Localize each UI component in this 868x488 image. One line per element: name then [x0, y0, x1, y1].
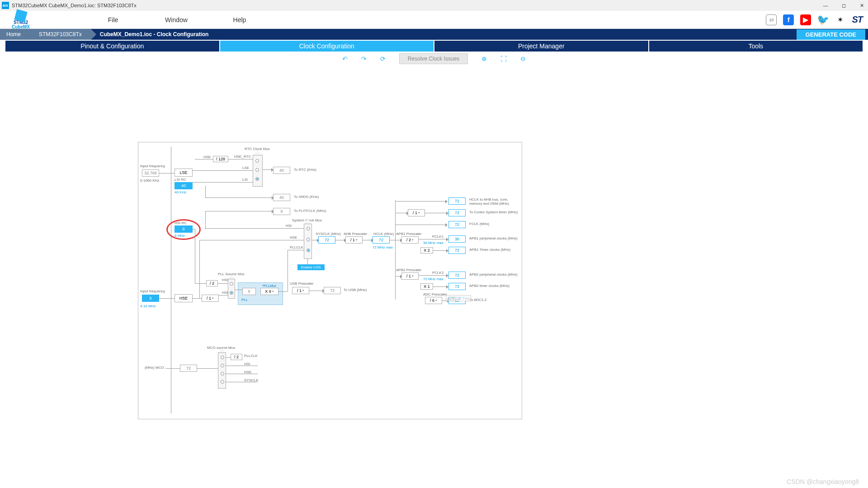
sysclk-label: SYSCLK (MHz) — [316, 232, 341, 236]
crumb-mcu[interactable]: STM32F103C8Tx — [30, 29, 91, 40]
maximize-button[interactable]: ◻ — [839, 3, 848, 9]
out-pclk2: 72 — [448, 272, 466, 279]
hse-block[interactable]: HSE — [175, 294, 193, 302]
tab-clock[interactable]: Clock Configuration — [220, 41, 434, 52]
close-button[interactable]: ✕ — [857, 3, 866, 9]
enable-css-button[interactable]: Enable CSS — [297, 264, 325, 270]
hse-input[interactable]: 8 — [142, 295, 159, 302]
tab-pinout[interactable]: Pinout & Configuration — [5, 41, 219, 52]
apb1-x2: X 2 — [420, 247, 433, 253]
st-logo-icon[interactable]: ST — [852, 14, 863, 25]
lsi-block: 40 — [175, 182, 193, 189]
pclk1-label: PCLK1 — [432, 235, 443, 239]
apb2-prescaler[interactable]: / 1 — [401, 272, 419, 280]
hse-div128: / 128 — [213, 156, 228, 162]
menu-file[interactable]: File — [81, 16, 145, 23]
fit-screen-icon[interactable]: ⛶ — [500, 55, 507, 62]
pllmul-select[interactable]: X 9 — [260, 288, 278, 295]
pclk2-label: PCLK2 — [432, 271, 443, 275]
usb-to-label: To USB (MHz) — [344, 288, 367, 292]
hsi-note: 8 MHz — [175, 234, 185, 238]
apb2-x1: X 1 — [420, 283, 433, 290]
hsi-sig-label: HSI — [222, 278, 228, 282]
apb1-max-label: 36 MHz max — [423, 241, 443, 245]
menu-bar: STM32 CubeMX File Window Help 10 f ▶ 🐦 ✶… — [0, 11, 868, 29]
pllmul-label: *PLLMul — [262, 284, 276, 288]
zoom-in-icon[interactable]: ⊕ — [481, 55, 487, 62]
apb1-prescaler[interactable]: / 2 — [401, 236, 419, 244]
out-tim2: 72 — [448, 283, 466, 290]
iwdg-to-label: To IWDG (KHz) — [294, 195, 319, 199]
rtc-out[interactable]: 40 — [273, 167, 290, 174]
mco-out-label: (MHz) MCO — [145, 366, 164, 370]
rtc-mux[interactable] — [253, 155, 263, 187]
usb-prescaler[interactable]: / 1 — [292, 287, 309, 294]
mco-div2: / 2 — [231, 354, 242, 360]
apb1-label: APB1 Prescaler — [396, 232, 421, 236]
watermark: CSDN @changxiaoyong8 — [787, 478, 859, 485]
mco-mux[interactable] — [218, 352, 226, 389]
rtc-lse-label: LSE — [242, 166, 249, 170]
undo-icon[interactable]: ↶ — [342, 55, 348, 62]
twitter-icon[interactable]: 🐦 — [817, 14, 828, 25]
usb-label: USB Prescaler — [290, 282, 313, 286]
resolve-clock-button[interactable]: Resolve Clock Issues — [399, 53, 468, 64]
ahb-prescaler[interactable]: / 1 — [345, 236, 363, 244]
apb2-label: APB2 Prescaler — [396, 268, 421, 272]
generate-code-button[interactable]: GENERATE CODE — [797, 29, 865, 40]
out-pclk2-label: APB2 peripheral clocks (MHz) — [469, 272, 518, 277]
badge-10-icon[interactable]: 10 — [766, 14, 777, 25]
hclk-out[interactable]: 72 — [373, 236, 390, 244]
hse-range-label: 4-16 MHz — [140, 304, 156, 308]
facebook-icon[interactable]: f — [783, 14, 794, 25]
mco-out: 72 — [180, 365, 197, 372]
lse-input[interactable]: 32.768 — [142, 169, 159, 177]
usb-out: 72 — [324, 287, 341, 294]
pll-in: 8 — [242, 288, 256, 295]
sys-mux[interactable] — [304, 224, 312, 259]
breadcrumb: Home STM32F103C8Tx CubeMX_Demo1.ioc - Cl… — [0, 29, 868, 40]
hclk-label: HCLK (MHz) — [373, 232, 394, 236]
rtc-to-label: To RTC (KHz) — [294, 168, 316, 172]
main-tabs: Pinout & Configuration Clock Configurati… — [0, 40, 868, 52]
pll-src-mux[interactable] — [228, 279, 235, 299]
clock-diagram[interactable]: Input frequency 32.768 0-1000 KHz LSE LS… — [138, 142, 522, 419]
window-title: STM32CubeMX CubeMX_Demo1.ioc: STM32F103C… — [12, 3, 137, 8]
lse-input-label: Input frequency — [140, 164, 165, 168]
minimize-button[interactable]: — — [821, 3, 830, 9]
out-hclk: 72 — [448, 197, 466, 205]
pll-label: PLL — [241, 298, 248, 302]
sys-hse-label: HSE — [290, 235, 297, 239]
hclk-max-label: 72 MHz max — [373, 245, 393, 249]
sys-pll-label: PLLCLK — [290, 245, 303, 249]
mco-pll-label: PLLCLK — [244, 354, 258, 358]
hse-input-label: Input frequency — [140, 289, 165, 293]
alt-hint-overlay: 截图(Alt + A) — [446, 295, 471, 301]
clock-toolbar: ↶ ↷ ⟳ Resolve Clock Issues ⊕ ⛶ ⊖ — [0, 52, 868, 65]
hsi-block: 8 — [175, 225, 193, 233]
logo: STM32 CubeMX — [0, 10, 36, 29]
lse-range-label: 0-1000 KHz — [140, 178, 159, 183]
hse-div-select[interactable]: / 1 — [202, 295, 219, 302]
out-pclk1: 36 — [448, 235, 466, 243]
hsi-div2: / 2 — [206, 280, 218, 286]
menu-help[interactable]: Help — [208, 16, 271, 23]
out-fclk-label: FCLK (MHz) — [469, 222, 489, 226]
lse-block[interactable]: LSE — [175, 169, 193, 177]
ahb-div1[interactable]: / 1 — [408, 209, 425, 216]
zoom-out-icon[interactable]: ⊖ — [520, 55, 526, 62]
tab-tools[interactable]: Tools — [649, 41, 863, 52]
tab-project-manager[interactable]: Project Manager — [434, 41, 648, 52]
adc-prescaler[interactable]: / 6 — [425, 297, 442, 304]
refresh-icon[interactable]: ⟳ — [380, 55, 386, 62]
community-icon[interactable]: ✶ — [835, 14, 845, 25]
sysclk-out[interactable]: 72 — [318, 236, 335, 244]
out-tim1: 72 — [448, 247, 466, 254]
crumb-project[interactable]: CubeMX_Demo1.ioc - Clock Configuration — [91, 29, 218, 40]
redo-icon[interactable]: ↷ — [361, 55, 367, 62]
youtube-icon[interactable]: ▶ — [800, 14, 811, 25]
iwdg-out: 40 — [273, 194, 290, 201]
crumb-home[interactable]: Home — [0, 29, 30, 40]
adc-label: ADC Prescaler — [423, 292, 447, 296]
menu-window[interactable]: Window — [145, 16, 208, 23]
